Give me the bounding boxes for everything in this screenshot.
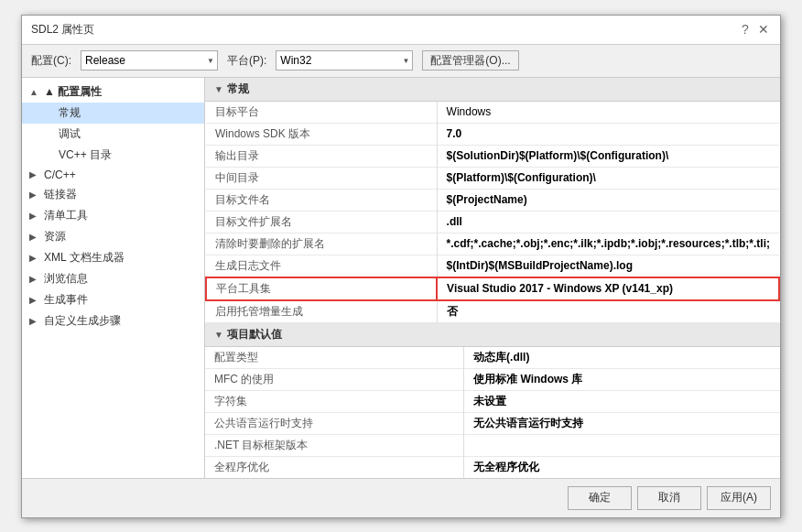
table-row[interactable]: 目标平台Windows bbox=[206, 102, 779, 124]
tree-item[interactable]: ▶C/C++ bbox=[22, 166, 204, 184]
section-label: 常规 bbox=[227, 81, 249, 97]
section-label: 项目默认值 bbox=[227, 327, 282, 342]
expand-icon: ▶ bbox=[29, 169, 40, 179]
properties-dialog: SDL2 属性页 ? ✕ 配置(C): Release 平台(P): Win32… bbox=[21, 15, 781, 518]
prop-key: 目标平台 bbox=[206, 102, 437, 124]
tree-item-label: 资源 bbox=[44, 229, 66, 244]
prop-value: $(Platform)\$(Configuration)\ bbox=[437, 167, 779, 189]
toolbar: 配置(C): Release 平台(P): Win32 配置管理器(O)... bbox=[22, 45, 780, 78]
expand-icon: ▶ bbox=[29, 211, 40, 221]
tree-item[interactable]: ▶XML 文档生成器 bbox=[22, 247, 204, 268]
prop-value: $(SolutionDir)$(Platform)\$(Configuratio… bbox=[437, 145, 779, 167]
expand-icon: ▶ bbox=[29, 274, 40, 284]
tree-item-label: XML 文档生成器 bbox=[44, 250, 125, 266]
tree-item[interactable]: ▶资源 bbox=[22, 226, 204, 247]
bottom-bar: 确定 取消 应用(A) bbox=[22, 478, 780, 517]
prop-key: 生成日志文件 bbox=[206, 255, 437, 277]
config-manager-button[interactable]: 配置管理器(O)... bbox=[422, 50, 518, 71]
expand-icon: ▶ bbox=[29, 295, 40, 305]
title-controls: ? ✕ bbox=[738, 22, 771, 37]
prop-key: Windows SDK 版本 bbox=[206, 123, 437, 145]
config-select-wrapper[interactable]: Release bbox=[81, 50, 218, 71]
title-bar: SDL2 属性页 ? ✕ bbox=[22, 16, 780, 45]
tree-items: 常规调试VC++ 目录▶C/C++▶链接器▶清单工具▶资源▶XML 文档生成器▶… bbox=[22, 103, 204, 331]
table-row[interactable]: 清除时要删除的扩展名*.cdf;*.cache;*.obj;*.enc;*.il… bbox=[206, 233, 779, 255]
collapse-icon: ▼ bbox=[214, 84, 223, 94]
prop-key: 平台工具集 bbox=[206, 277, 437, 300]
table-row[interactable]: 输出目录$(SolutionDir)$(Platform)\$(Configur… bbox=[206, 145, 779, 167]
close-button[interactable]: ✕ bbox=[756, 22, 771, 37]
tree-item[interactable]: ▶链接器 bbox=[22, 184, 204, 205]
config-select[interactable]: Release bbox=[81, 50, 218, 71]
prop-value: 7.0 bbox=[437, 123, 779, 145]
left-panel: ▲ ▲ 配置属性 常规调试VC++ 目录▶C/C++▶链接器▶清单工具▶资源▶X… bbox=[22, 78, 205, 478]
tree-item-label: 清单工具 bbox=[44, 208, 88, 223]
cancel-button[interactable]: 取消 bbox=[637, 486, 701, 510]
prop-value: 无公共语言运行时支持 bbox=[464, 412, 780, 434]
prop-key: 全程序优化 bbox=[205, 456, 464, 478]
table-row[interactable]: 生成日志文件$(IntDir)$(MSBuildProjectName).log bbox=[206, 255, 779, 277]
table-row[interactable]: 配置类型动态库(.dll) bbox=[205, 347, 780, 369]
prop-value: 否 bbox=[437, 300, 779, 323]
prop-value: Visual Studio 2017 - Windows XP (v141_xp… bbox=[437, 277, 779, 300]
table-row[interactable]: Windows SDK 版本7.0 bbox=[206, 123, 779, 145]
tree-item-label: C/C++ bbox=[44, 168, 76, 181]
tree-item[interactable]: ▶浏览信息 bbox=[22, 268, 204, 289]
expand-icon: ▶ bbox=[29, 316, 40, 326]
prop-value: 动态库(.dll) bbox=[464, 347, 780, 369]
tree-item[interactable]: VC++ 目录 bbox=[22, 145, 204, 166]
tree-item-label: 自定义生成步骤 bbox=[44, 313, 121, 329]
properties-table: 目标平台WindowsWindows SDK 版本7.0输出目录$(Soluti… bbox=[205, 102, 780, 323]
content-area: ▲ ▲ 配置属性 常规调试VC++ 目录▶C/C++▶链接器▶清单工具▶资源▶X… bbox=[22, 78, 780, 478]
prop-key: 输出目录 bbox=[206, 145, 437, 167]
table-row[interactable]: .NET 目标框架版本 bbox=[205, 434, 780, 456]
help-button[interactable]: ? bbox=[738, 22, 753, 37]
tree-item-label: 链接器 bbox=[44, 187, 77, 202]
prop-key: 目标文件扩展名 bbox=[206, 211, 437, 233]
tree-root[interactable]: ▲ ▲ 配置属性 bbox=[22, 81, 204, 103]
prop-key: .NET 目标框架版本 bbox=[205, 434, 464, 456]
table-row[interactable]: 全程序优化无全程序优化 bbox=[205, 456, 780, 478]
prop-key: 启用托管增量生成 bbox=[206, 300, 437, 323]
platform-select-wrapper[interactable]: Win32 bbox=[276, 50, 413, 71]
table-row[interactable]: 公共语言运行时支持无公共语言运行时支持 bbox=[205, 412, 780, 434]
table-row[interactable]: 目标文件扩展名.dll bbox=[206, 211, 779, 233]
expand-icon: ▶ bbox=[29, 232, 40, 242]
tree-item[interactable]: ▶生成事件 bbox=[22, 289, 204, 310]
prop-value: 使用标准 Windows 库 bbox=[464, 368, 780, 390]
dialog-title: SDL2 属性页 bbox=[31, 22, 94, 38]
table-row[interactable]: 启用托管增量生成否 bbox=[206, 300, 779, 323]
expand-icon: ▶ bbox=[29, 253, 40, 263]
prop-value: $(IntDir)$(MSBuildProjectName).log bbox=[437, 255, 779, 277]
apply-button[interactable]: 应用(A) bbox=[707, 486, 771, 510]
table-row[interactable]: MFC 的使用使用标准 Windows 库 bbox=[205, 368, 780, 390]
tree-item[interactable]: 常规 bbox=[22, 103, 204, 124]
tree-item-label: 生成事件 bbox=[44, 292, 88, 308]
collapse-icon: ▼ bbox=[214, 330, 223, 340]
prop-key: 中间目录 bbox=[206, 167, 437, 189]
platform-label: 平台(P): bbox=[227, 53, 266, 69]
platform-select[interactable]: Win32 bbox=[276, 50, 413, 71]
prop-value bbox=[464, 434, 780, 456]
prop-value: 无全程序优化 bbox=[464, 456, 780, 478]
ok-button[interactable]: 确定 bbox=[568, 486, 632, 510]
right-panel: ▼ 常规目标平台WindowsWindows SDK 版本7.0输出目录$(So… bbox=[205, 78, 780, 478]
table-row[interactable]: 字符集未设置 bbox=[205, 390, 780, 412]
prop-key: 目标文件名 bbox=[206, 189, 437, 211]
properties-table: 配置类型动态库(.dll)MFC 的使用使用标准 Windows 库字符集未设置… bbox=[205, 347, 780, 478]
tree-item[interactable]: ▶清单工具 bbox=[22, 205, 204, 226]
prop-value: Windows bbox=[437, 102, 779, 124]
prop-value: .dll bbox=[437, 211, 779, 233]
prop-key: 字符集 bbox=[205, 390, 464, 412]
section-header[interactable]: ▼ 项目默认值 bbox=[205, 323, 780, 347]
tree-item[interactable]: ▶自定义生成步骤 bbox=[22, 310, 204, 331]
tree-item-label: 调试 bbox=[59, 126, 81, 142]
prop-key: MFC 的使用 bbox=[205, 368, 464, 390]
section-header[interactable]: ▼ 常规 bbox=[205, 78, 780, 102]
table-row[interactable]: 目标文件名$(ProjectName) bbox=[206, 189, 779, 211]
tree-item-label: VC++ 目录 bbox=[59, 147, 112, 163]
prop-key: 配置类型 bbox=[205, 347, 464, 369]
table-row[interactable]: 中间目录$(Platform)\$(Configuration)\ bbox=[206, 167, 779, 189]
tree-item[interactable]: 调试 bbox=[22, 124, 204, 145]
table-row[interactable]: 平台工具集Visual Studio 2017 - Windows XP (v1… bbox=[206, 277, 779, 300]
